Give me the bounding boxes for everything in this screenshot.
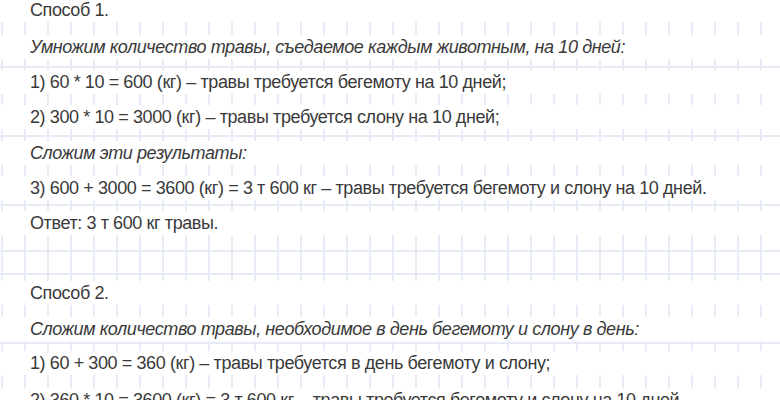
answer-line-text: Ответ: 3 т 600 кг травы. bbox=[0, 213, 218, 233]
method-1-step-1-text: 1) 60 * 10 = 600 (кг) – травы требуется … bbox=[0, 72, 506, 92]
method-1-heading-text: Способ 1. bbox=[0, 0, 109, 20]
method-2-heading-text: Способ 2. bbox=[0, 283, 109, 303]
method-1-step-2: 2) 300 * 10 = 3000 (кг) – травы требуетс… bbox=[0, 105, 780, 129]
method-2-note-text: Сложим количество травы, необходимое в д… bbox=[0, 319, 639, 339]
method-2-step-1: 1) 60 + 300 = 360 (кг) – травы требуется… bbox=[0, 351, 780, 375]
method-1-step-3-text: 3) 600 + 3000 = 3600 (кг) = 3 т 600 кг –… bbox=[0, 178, 707, 198]
method-1-step-2-text: 2) 300 * 10 = 3000 (кг) – травы требуетс… bbox=[0, 107, 499, 127]
notebook-page: { "page": { "kind": "math-solution-on-gr… bbox=[0, 0, 780, 400]
answer-line: Ответ: 3 т 600 кг травы. bbox=[0, 211, 780, 235]
method-2-step-2-text: 2) 360 * 10 = 3600 (кг) = 3 т 600 кг – т… bbox=[0, 390, 684, 400]
method-2-step-1-text: 1) 60 + 300 = 360 (кг) – травы требуется… bbox=[0, 353, 550, 373]
method-2-step-2: 2) 360 * 10 = 3600 (кг) = 3 т 600 кг – т… bbox=[0, 388, 780, 400]
method-2-heading: Способ 2. bbox=[0, 281, 780, 305]
solution-document: Способ 1.Умножим количество травы, съеда… bbox=[0, 0, 780, 400]
method-1-note-2-text: Сложим эти результаты: bbox=[0, 143, 247, 163]
method-1-heading: Способ 1. bbox=[0, 0, 780, 22]
method-1-note-2: Сложим эти результаты: bbox=[0, 141, 780, 165]
method-1-step-3: 3) 600 + 3000 = 3600 (кг) = 3 т 600 кг –… bbox=[0, 176, 780, 200]
method-1-note: Умножим количество травы, съедаемое кажд… bbox=[0, 35, 780, 59]
method-2-note: Сложим количество травы, необходимое в д… bbox=[0, 317, 780, 341]
method-1-note-text: Умножим количество травы, съедаемое кажд… bbox=[0, 37, 625, 57]
method-1-step-1: 1) 60 * 10 = 600 (кг) – травы требуется … bbox=[0, 70, 780, 94]
